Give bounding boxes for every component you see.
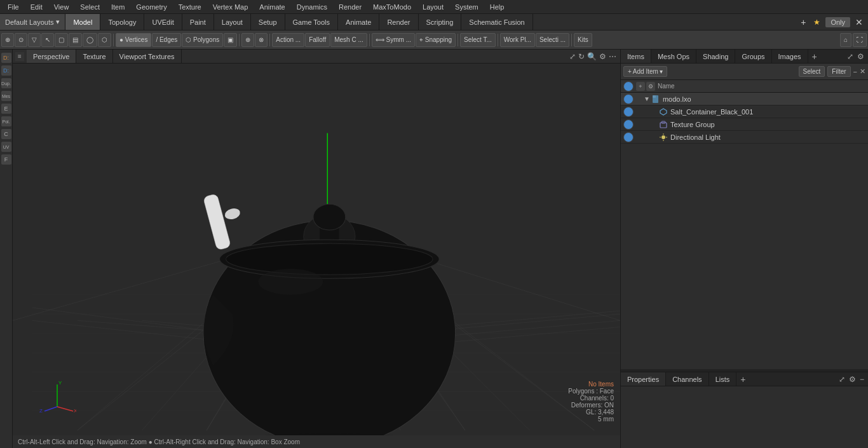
menu-render[interactable]: Render [334, 2, 367, 12]
right-tab-mesh-ops[interactable]: Mesh Ops [651, 50, 696, 63]
layout-tab-schematic[interactable]: Schematic Fusion [461, 14, 532, 30]
viewport-tab-texture[interactable]: Texture [76, 50, 112, 63]
layout-tab-topology[interactable]: Topology [100, 14, 144, 30]
layout-tab-model[interactable]: Model [65, 14, 100, 30]
right-tab-groups[interactable]: Groups [735, 50, 771, 63]
sidebar-icon-mesh[interactable]: Mes [1, 91, 11, 101]
tool-center[interactable]: ⊕ [241, 33, 254, 47]
tool-mesh[interactable]: ▣ [224, 33, 237, 47]
tool-cross[interactable]: ⊗ [255, 33, 268, 47]
tool-triangle[interactable]: ▽ [28, 33, 41, 47]
prop-settings-icon[interactable]: ⚙ [848, 375, 857, 384]
viewport-menu-icon[interactable]: ≡ [15, 52, 24, 61]
viewport-more-icon[interactable]: ⋯ [609, 52, 616, 61]
sidebar-icon-pol[interactable]: Pol. [1, 116, 11, 126]
layout-tab-setup[interactable]: Setup [251, 14, 285, 30]
right-tab-shading[interactable]: Shading [696, 50, 735, 63]
tool-box2[interactable]: ▤ [69, 33, 82, 47]
expand-arrow-light[interactable]: ▶ [653, 133, 658, 140]
expand-arrow-modo[interactable]: ▼ [644, 95, 650, 102]
prop-tab-channels[interactable]: Channels [666, 372, 709, 386]
sidebar-icon-dup[interactable]: Dup. [1, 78, 11, 88]
sidebar-icon-c[interactable]: C [1, 129, 11, 139]
tool-snapping[interactable]: ⌖ Snapping [416, 33, 456, 47]
items-list-add-icon[interactable]: + [636, 82, 645, 91]
menu-texture[interactable]: Texture [173, 2, 207, 12]
menu-maxtomodo[interactable]: MaxToModo [368, 2, 416, 12]
eye-toggle-salt[interactable] [623, 107, 634, 117]
items-minus-icon[interactable]: − [853, 68, 857, 76]
tool-falloff[interactable]: Falloff [305, 33, 330, 47]
viewport-canvas[interactable]: Y X Z No Items Polygons : Face Channels:… [13, 64, 620, 435]
viewport-maximize-icon[interactable]: ⤢ [569, 52, 576, 61]
layout-tab-paint[interactable]: Paint [182, 14, 214, 30]
layout-tab-render[interactable]: Render [379, 14, 418, 30]
expand-arrow-texture[interactable]: ▶ [653, 121, 658, 128]
prop-tab-properties[interactable]: Properties [621, 372, 666, 386]
eye-all-icon[interactable] [623, 81, 634, 92]
items-select-button[interactable]: Select [799, 66, 825, 77]
items-close-icon[interactable]: ✕ [860, 67, 865, 76]
layout-tab-layout[interactable]: Layout [214, 14, 251, 30]
sidebar-icon-1[interactable]: D: [1, 53, 11, 63]
tool-circle[interactable]: ◯ [83, 33, 97, 47]
sidebar-icon-uv[interactable]: UV [1, 142, 11, 152]
layout-tab-gametools[interactable]: Game Tools [285, 14, 339, 30]
tool-work-plane[interactable]: Work Pl... [500, 33, 535, 47]
right-tab-items[interactable]: Items [621, 50, 651, 63]
menu-vertex-map[interactable]: Vertex Map [208, 2, 254, 12]
add-panel-tab-icon[interactable]: + [808, 50, 821, 63]
menu-help[interactable]: Help [485, 2, 510, 12]
viewport-zoom-icon[interactable]: 🔍 [587, 52, 597, 61]
sidebar-icon-f[interactable]: F [1, 154, 11, 165]
panel-settings-icon[interactable]: ⚙ [856, 52, 865, 61]
eye-toggle-light[interactable] [623, 132, 634, 142]
add-prop-tab-icon[interactable]: + [736, 373, 749, 386]
tool-action[interactable]: Action ... [272, 33, 304, 47]
viewport-tab-perspective[interactable]: Perspective [27, 50, 76, 63]
item-row[interactable]: ▼ modo.lxo [621, 93, 868, 105]
tool-polygons[interactable]: ⬡ Polygons [182, 33, 223, 47]
expand-arrow-salt[interactable]: ▶ [653, 108, 658, 115]
tool-edges[interactable]: / Edges [152, 33, 181, 47]
menu-geometry[interactable]: Geometry [131, 2, 172, 12]
layout-tab-animate[interactable]: Animate [338, 14, 379, 30]
viewport-rotate-icon[interactable]: ↻ [578, 52, 585, 61]
tool-selection[interactable]: Selecti ... [536, 33, 569, 47]
tool-home[interactable]: ⌂ [840, 33, 851, 47]
tool-select-arrow[interactable]: ↖ [41, 33, 54, 47]
tool-box1[interactable]: ▢ [55, 33, 68, 47]
menu-file[interactable]: File [3, 2, 24, 12]
default-layouts-dropdown[interactable]: Default Layouts ▾ [0, 14, 65, 30]
items-list[interactable]: ▼ modo.lxo ▶ Salt_Container_Black_001 [621, 93, 868, 369]
prop-tab-lists[interactable]: Lists [709, 372, 737, 386]
prop-expand-icon[interactable]: ⤢ [837, 375, 846, 384]
layout-tab-scripting[interactable]: Scripting [419, 14, 462, 30]
menu-system[interactable]: System [450, 2, 484, 12]
tool-radial[interactable]: ⊙ [15, 33, 27, 47]
close-layout-icon[interactable]: ✕ [853, 17, 865, 27]
tool-symmetry[interactable]: ⟺ Symm ... [372, 33, 415, 47]
viewport-tab-viewport-textures[interactable]: Viewport Textures [113, 50, 182, 63]
tool-select-t[interactable]: Select T... [460, 33, 496, 47]
menu-select[interactable]: Select [75, 2, 105, 12]
add-item-button[interactable]: + Add Item ▾ [623, 66, 667, 77]
layout-tab-uvedit[interactable]: UVEdit [144, 14, 182, 30]
menu-view[interactable]: View [49, 2, 74, 12]
tool-kits[interactable]: Kits [574, 33, 592, 47]
tool-mesh-c[interactable]: Mesh C ... [330, 33, 367, 47]
item-row[interactable]: ▶ Salt_Container_Black_001 [621, 105, 868, 118]
tool-fullscreen[interactable]: ⛶ [853, 33, 867, 47]
only-button[interactable]: Only [825, 17, 850, 27]
panel-expand-icon[interactable]: ⤢ [846, 52, 855, 61]
menu-animate[interactable]: Animate [254, 2, 290, 12]
items-filter-button[interactable]: Filter [827, 66, 850, 77]
sidebar-icon-2[interactable]: D: [1, 65, 11, 76]
right-tab-images[interactable]: Images [772, 50, 808, 63]
item-row[interactable]: ▶ Directional Light [621, 131, 868, 144]
menu-dynamics[interactable]: Dynamics [292, 2, 332, 12]
menu-edit[interactable]: Edit [25, 2, 48, 12]
tool-vertices[interactable]: ● Vertices [116, 33, 151, 47]
menu-item[interactable]: Item [106, 2, 130, 12]
viewport-settings-icon[interactable]: ⚙ [599, 52, 606, 61]
